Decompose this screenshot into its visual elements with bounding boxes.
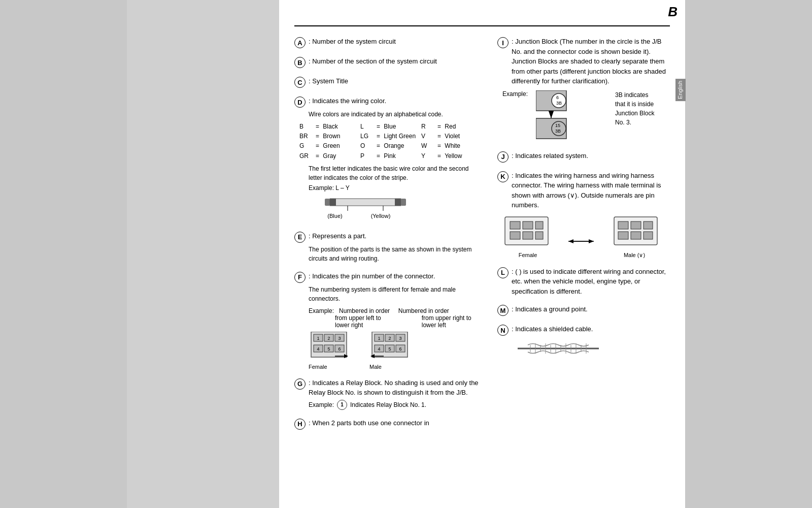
relay-circle-label: 1	[341, 402, 344, 407]
svg-rect-55	[535, 232, 543, 239]
right-column: I : Junction Block (The number in the ci…	[497, 37, 670, 438]
circle-f: F	[294, 272, 306, 283]
section-d-text: : Indicates the wiring color.	[309, 96, 386, 106]
color-name-v: Violet	[443, 132, 460, 141]
section-c-text: : System Title	[309, 76, 348, 86]
svg-text:4: 4	[317, 346, 319, 352]
circle-e: E	[294, 232, 306, 243]
color-name-g: Green	[321, 141, 340, 151]
color-eq-g: =	[316, 141, 319, 151]
left-sidebar	[127, 0, 279, 508]
color-abbr-p: P	[360, 151, 375, 161]
svg-rect-64	[618, 232, 628, 239]
circle-m: M	[497, 305, 509, 316]
svg-rect-50	[510, 221, 520, 229]
color-eq-y: =	[437, 151, 441, 161]
jb-diagram: 6 3B 15 3B	[536, 90, 602, 143]
svg-text:6: 6	[338, 346, 341, 352]
svg-text:2: 2	[388, 336, 391, 341]
section-d-subtext: Wire colors are indicated by an alphabet…	[309, 110, 482, 119]
connector-box-male: Male (∨)	[609, 214, 660, 259]
section-n-title: N : Indicates a shielded cable.	[497, 324, 670, 336]
section-f: F : Indicates the pin number of the conn…	[294, 271, 482, 370]
connector-arrows	[568, 225, 594, 259]
section-g-title: G : Indicates a Relay Block. No shading …	[294, 378, 482, 398]
relay-circle: 1	[337, 400, 347, 410]
top-border	[294, 25, 670, 26]
svg-text:3B: 3B	[555, 129, 561, 134]
color-eq-v: =	[437, 132, 441, 141]
svg-text:3B: 3B	[556, 101, 562, 106]
svg-rect-60	[614, 217, 657, 245]
wire-svg-area: (Blue) (Yellow)	[325, 194, 482, 223]
connector-male-svg	[609, 214, 660, 250]
circle-a: A	[294, 37, 306, 48]
color-cell-p: P = Pink	[360, 151, 421, 161]
svg-rect-2	[330, 199, 336, 206]
svg-text:2: 2	[327, 336, 330, 341]
svg-rect-65	[631, 232, 641, 239]
section-k: K : Indicates the wiring harness and wir…	[497, 171, 670, 259]
svg-text:3: 3	[338, 336, 341, 341]
pin-female-label: Female	[309, 364, 327, 370]
svg-rect-4	[401, 199, 406, 206]
section-b: B : Number of the section of the system …	[294, 56, 482, 68]
color-abbr-r: R	[421, 122, 435, 132]
color-abbr-v: V	[421, 132, 435, 141]
color-name-l: Blue	[382, 122, 396, 132]
circle-l: L	[497, 267, 509, 278]
jb-svg: 6 3B 15 3B	[536, 90, 602, 141]
section-g: G : Indicates a Relay Block. No shading …	[294, 378, 482, 410]
jb-example-row: Example: 6 3B	[502, 90, 670, 143]
color-row-2: BR = Brown LG = Light Green V	[299, 132, 482, 141]
relay-example-label: Example:	[309, 401, 334, 408]
section-f-title: F : Indicates the pin number of the conn…	[294, 271, 482, 283]
section-j-text: : Indicates related system.	[512, 151, 588, 161]
svg-text:(Blue): (Blue)	[327, 213, 342, 219]
svg-rect-62	[631, 221, 641, 229]
two-col-layout: A : Number of the system circuit B : Num…	[294, 37, 670, 438]
svg-rect-51	[523, 221, 533, 229]
color-row-3: G = Green O = Orange W =	[299, 141, 482, 151]
section-m-text: : Indicates a ground point.	[512, 304, 588, 314]
color-abbr-g: G	[299, 141, 314, 151]
section-l-text: : ( ) is used to indicate different wiri…	[512, 267, 670, 297]
english-tab: English	[675, 79, 686, 101]
section-i: I : Junction Block (The number in the ci…	[497, 37, 670, 143]
color-name-br: Brown	[321, 132, 340, 141]
svg-text:1: 1	[317, 336, 319, 341]
section-n-text: : Indicates a shielded cable.	[512, 324, 593, 334]
page-letter: B	[668, 4, 678, 20]
connector-arrow-svg	[568, 238, 594, 245]
wire-example-label: Example: L – Y	[309, 184, 482, 192]
section-a-text: : Number of the system circuit	[309, 37, 396, 47]
connector-female-svg	[502, 214, 553, 250]
section-h-title: H : When 2 parts both use one connector …	[294, 418, 482, 430]
main-content: B English A : Number of the system circu…	[279, 0, 685, 508]
color-cell-r: R = Red	[421, 122, 482, 132]
color-name-o: Orange	[382, 141, 404, 151]
svg-rect-1	[330, 199, 401, 206]
color-abbr-o: O	[360, 141, 375, 151]
section-g-text: : Indicates a Relay Block. No shading is…	[309, 378, 482, 398]
circle-c: C	[294, 77, 306, 88]
section-i-text: : Junction Block (The number in the circ…	[512, 37, 670, 86]
svg-text:4: 4	[378, 346, 380, 352]
circle-h: H	[294, 419, 306, 430]
svg-rect-3	[395, 199, 401, 206]
section-m: M : Indicates a ground point.	[497, 304, 670, 316]
pin-col-male: 3 2 1 6 5 4	[369, 332, 410, 370]
section-k-text: : Indicates the wiring harness and wirin…	[512, 171, 670, 210]
section-d: D : Indicates the wiring color. Wire col…	[294, 96, 482, 223]
color-name-w: White	[443, 141, 460, 151]
section-d-wirenote: The first letter indicates the basic wir…	[309, 164, 482, 182]
color-abbr-y: Y	[421, 151, 435, 161]
shielded-cable-svg	[513, 340, 604, 358]
svg-text:1: 1	[378, 336, 380, 341]
page-wrapper: B English A : Number of the system circu…	[127, 0, 685, 508]
circle-d: D	[294, 97, 306, 108]
section-f-subtext: The numbering system is different for fe…	[309, 285, 482, 303]
color-cell-lg: LG = Light Green	[360, 132, 421, 141]
section-h: H : When 2 parts both use one connector …	[294, 418, 482, 430]
connector-male-label: Male (∨)	[624, 252, 645, 259]
